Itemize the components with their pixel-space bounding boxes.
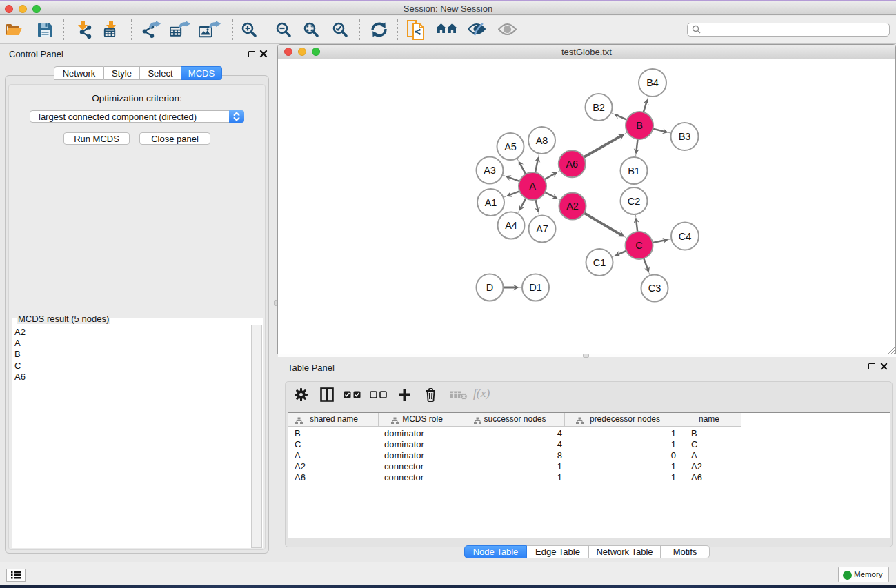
svg-text:A: A: [529, 181, 536, 192]
svg-text:C2: C2: [628, 196, 641, 207]
svg-text:C: C: [635, 240, 642, 251]
svg-text:B2: B2: [593, 102, 605, 113]
svg-text:B4: B4: [646, 77, 659, 88]
svg-text:A1: A1: [485, 197, 497, 208]
svg-text:A2: A2: [566, 201, 579, 212]
svg-text:A7: A7: [536, 223, 548, 234]
svg-text:C4: C4: [679, 231, 692, 242]
svg-text:C3: C3: [648, 283, 661, 294]
svg-text:D1: D1: [529, 282, 542, 293]
svg-text:A5: A5: [504, 141, 517, 152]
svg-text:B3: B3: [679, 131, 691, 142]
svg-text:A3: A3: [484, 165, 496, 176]
svg-text:C1: C1: [593, 257, 606, 268]
svg-text:B1: B1: [628, 165, 640, 176]
svg-text:A6: A6: [566, 159, 578, 170]
svg-text:B: B: [636, 120, 643, 131]
svg-text:A4: A4: [505, 220, 517, 231]
svg-text:A8: A8: [536, 135, 548, 146]
svg-text:D: D: [486, 282, 493, 293]
